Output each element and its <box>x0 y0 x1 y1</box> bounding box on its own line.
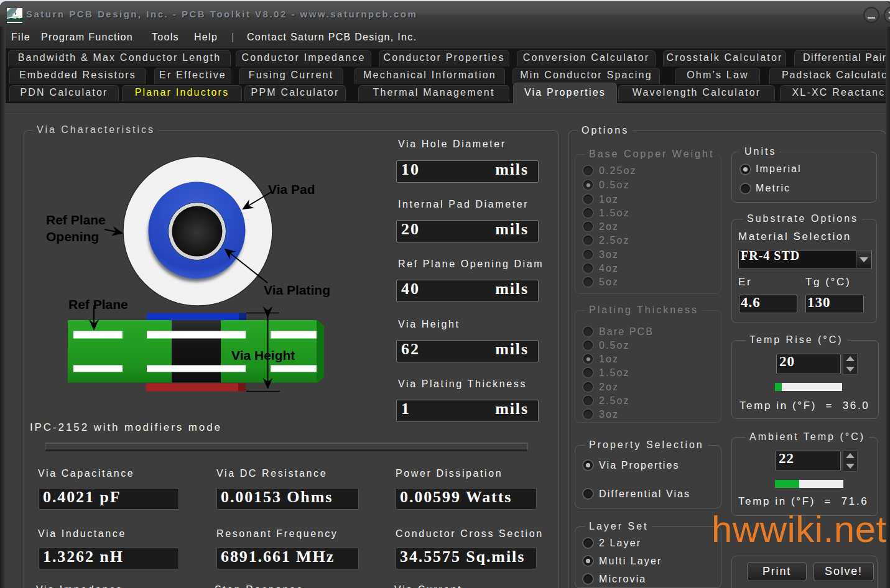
svg-text:Ref Plane: Ref Plane <box>46 213 106 227</box>
svg-text:Via Plating: Via Plating <box>264 283 330 297</box>
svg-text:Opening: Opening <box>46 229 99 244</box>
svg-text:Via Pad: Via Pad <box>268 182 315 196</box>
svg-text:Ref Plane: Ref Plane <box>68 297 128 311</box>
svg-text:Via Height: Via Height <box>231 348 295 362</box>
